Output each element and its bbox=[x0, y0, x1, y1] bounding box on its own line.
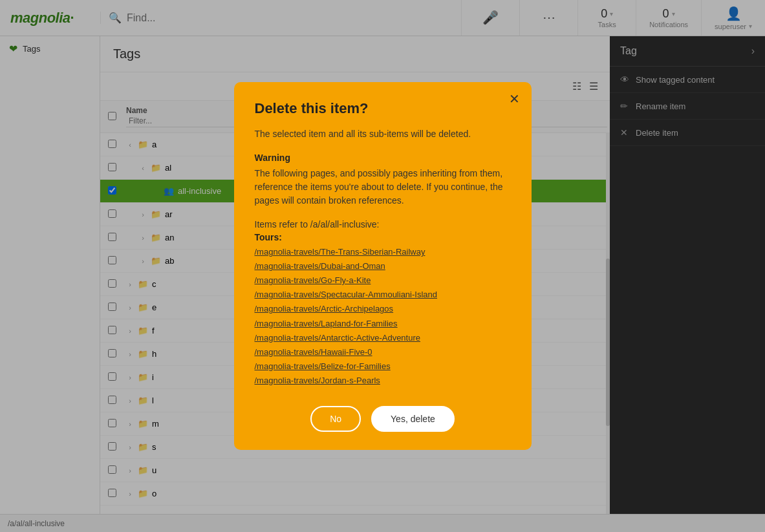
tour-link[interactable]: /magnolia-travels/Antarctic-Active-Adven… bbox=[255, 331, 511, 345]
no-button[interactable]: No bbox=[310, 406, 361, 432]
modal-overlay: ✕ Delete this item? The selected item an… bbox=[0, 0, 765, 532]
modal-tours-list: /magnolia-travels/The-Trans-Siberian-Rai… bbox=[255, 245, 511, 388]
tour-link[interactable]: /magnolia-travels/The-Trans-Siberian-Rai… bbox=[255, 245, 511, 259]
tour-link[interactable]: /magnolia-travels/Lapland-for-Families bbox=[255, 317, 511, 331]
tour-link[interactable]: /magnolia-travels/Arctic-Archipelagos bbox=[255, 302, 511, 316]
tour-link[interactable]: /magnolia-travels/Spectacular-Ammouliani… bbox=[255, 288, 511, 302]
tour-link[interactable]: /magnolia-travels/Jordan-s-Pearls bbox=[255, 374, 511, 388]
delete-modal: ✕ Delete this item? The selected item an… bbox=[234, 82, 532, 450]
modal-tours-label: Tours: bbox=[255, 232, 511, 242]
tour-link[interactable]: /magnolia-travels/Hawaii-Five-0 bbox=[255, 345, 511, 359]
modal-close-button[interactable]: ✕ bbox=[509, 92, 520, 105]
modal-title: Delete this item? bbox=[255, 100, 511, 117]
modal-warning-text: The following pages, and possibly pages … bbox=[255, 167, 511, 207]
modal-body-text: The selected item and all its sub-items … bbox=[255, 127, 511, 141]
tour-link[interactable]: /magnolia-travels/Belize-for-Families bbox=[255, 359, 511, 374]
modal-refers-label: Items refer to /a/al/all-inclusive: bbox=[255, 219, 511, 229]
tour-link[interactable]: /magnolia-travels/Dubai-and-Oman bbox=[255, 259, 511, 273]
tour-link[interactable]: /magnolia-travels/Go-Fly-a-Kite bbox=[255, 273, 511, 288]
yes-delete-button[interactable]: Yes, delete bbox=[371, 406, 455, 432]
modal-buttons: No Yes, delete bbox=[255, 406, 511, 432]
modal-warning-label: Warning bbox=[255, 153, 511, 163]
modal-refers-path: /a/al/all-inclusive: bbox=[310, 219, 380, 229]
